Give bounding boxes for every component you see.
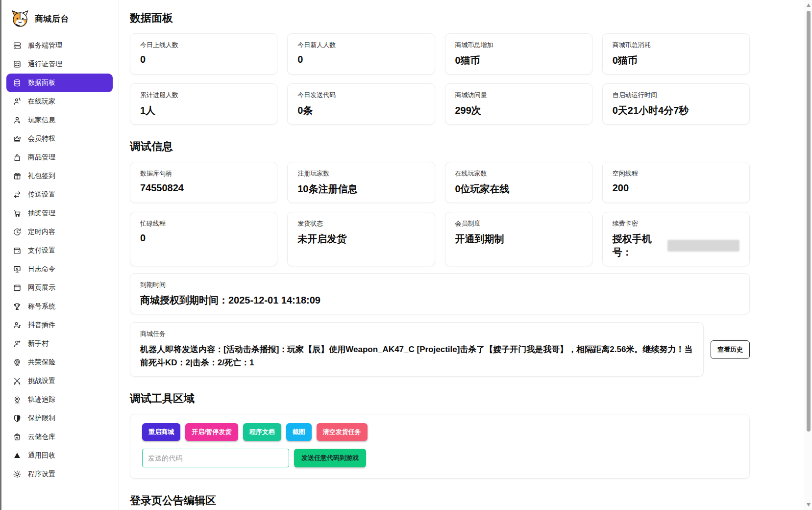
stat-card-label: 空闲线程 bbox=[613, 169, 739, 178]
main-content: 数据面板 今日上线人数0今日新人人数0商城币总增加0猫币商城币总消耗0猫币累计进… bbox=[119, 0, 805, 510]
stat-card-label: 今日发送代码 bbox=[297, 91, 424, 100]
sidebar-item-track-tracing[interactable]: 轨迹追踪 bbox=[6, 390, 113, 409]
stat-card-value: 授权手机号： bbox=[613, 232, 739, 259]
sidebar-item-program-settings[interactable]: 程序设置 bbox=[6, 465, 113, 484]
view-history-button[interactable]: 查看历史 bbox=[711, 340, 750, 359]
stat-card-value: 200 bbox=[613, 182, 739, 194]
stat-card: 会员制度开通到期制 bbox=[445, 212, 592, 266]
crown-icon bbox=[13, 134, 22, 143]
restart-mall-button[interactable]: 重启商城 bbox=[142, 423, 180, 441]
app-logo-row: 商城后台 bbox=[6, 6, 113, 36]
stat-card-label: 商城币总增加 bbox=[455, 41, 582, 50]
gear-icon bbox=[13, 470, 22, 479]
debug-section-title: 调试信息 bbox=[130, 139, 750, 154]
sidebar-item-log-command[interactable]: 日志命令 bbox=[6, 260, 113, 279]
scrollbar-up-arrow-icon[interactable] bbox=[807, 3, 811, 7]
sidebar-item-label: 礼包签到 bbox=[28, 172, 55, 180]
stats-grid: 今日上线人数0今日新人人数0商城币总增加0猫币商城币总消耗0猫币累计进服人数1人… bbox=[130, 33, 750, 125]
cart-icon bbox=[13, 209, 22, 218]
stat-card: 今日发送代码0条 bbox=[287, 83, 435, 125]
clock-rotate-icon bbox=[13, 228, 22, 236]
mall-task-card: 商城任务 机器人即将发送内容：[活动击杀播报]：玩家【辰】使用Weapon_AK… bbox=[130, 322, 704, 377]
stat-card-label: 会员制度 bbox=[455, 219, 582, 228]
insurance-badge-icon bbox=[13, 358, 22, 367]
sidebar-item-payment-settings[interactable]: 支付设置 bbox=[6, 241, 113, 260]
sidebar-item-title-system[interactable]: 称号系统 bbox=[6, 297, 113, 316]
stat-card-label: 今日新人人数 bbox=[297, 41, 424, 50]
sidebar-item-scheduled-content[interactable]: 定时内容 bbox=[6, 223, 113, 241]
sidebar-item-label: 支付设置 bbox=[28, 246, 55, 255]
sidebar-item-server-management[interactable]: 服务端管理 bbox=[6, 36, 113, 55]
stat-card-value: 299次 bbox=[455, 104, 582, 117]
sidebar-item-gift-signin[interactable]: 礼包签到 bbox=[6, 167, 113, 185]
screenshot-button[interactable]: 截图 bbox=[286, 423, 312, 441]
page-scrollbar[interactable] bbox=[805, 0, 812, 510]
log-display-icon bbox=[13, 265, 22, 274]
sidebar-item-lottery-management[interactable]: 抽奖管理 bbox=[6, 204, 113, 223]
stat-card-label: 续费卡密 bbox=[613, 219, 739, 228]
location-pin-icon bbox=[13, 395, 22, 404]
tool-buttons-row: 重启商城开启/暂停发货程序文档截图清空发货任务 bbox=[142, 423, 738, 441]
sidebar-item-online-players[interactable]: 在线玩家 bbox=[6, 92, 113, 111]
stat-card-value: 0条 bbox=[297, 104, 424, 117]
sidebar-item-label: 商品管理 bbox=[28, 153, 55, 162]
stat-card: 累计进服人数1人 bbox=[130, 83, 277, 125]
sidebar-item-protection-limit[interactable]: 保护限制 bbox=[6, 409, 113, 428]
stat-card: 在线玩家数0位玩家在线 bbox=[445, 162, 592, 203]
sidebar-item-label: 云储仓库 bbox=[28, 433, 55, 441]
sidebar-item-label: 称号系统 bbox=[28, 302, 55, 311]
stat-card: 商城访问量299次 bbox=[445, 83, 592, 125]
sidebar-item-webpage-display[interactable]: 网页展示 bbox=[6, 279, 113, 297]
stat-card-label: 忙碌线程 bbox=[140, 219, 267, 228]
sidebar-item-label: 服务端管理 bbox=[28, 41, 62, 50]
program-docs-button[interactable]: 程序文档 bbox=[243, 423, 281, 441]
toggle-shipping-button[interactable]: 开启/暂停发货 bbox=[185, 423, 238, 441]
sidebar-item-cloud-storage[interactable]: 云储仓库 bbox=[6, 428, 113, 446]
transfer-arrows-icon bbox=[13, 190, 22, 199]
mall-task-label: 商城任务 bbox=[140, 330, 693, 338]
stat-card-label: 商城币总消耗 bbox=[613, 41, 739, 50]
send-code-row: 发送任意代码到游戏 bbox=[142, 449, 738, 467]
pass-checklist-icon bbox=[13, 60, 22, 69]
sidebar-item-general-recycle[interactable]: 通用回收 bbox=[6, 446, 113, 465]
sidebar-item-label: 通用回收 bbox=[28, 451, 55, 460]
stat-card-value: 0猫币 bbox=[455, 54, 582, 67]
sidebar-item-douyin-plugin[interactable]: 抖音插件 bbox=[6, 316, 113, 334]
sidebar-item-challenge-settings[interactable]: 挑战设置 bbox=[6, 372, 113, 390]
sidebar-item-label: 通行证管理 bbox=[28, 60, 62, 69]
stat-card: 商城币总增加0猫币 bbox=[445, 33, 592, 75]
sidebar-item-label: 抽奖管理 bbox=[28, 209, 55, 218]
clear-tasks-button[interactable]: 清空发货任务 bbox=[317, 423, 368, 441]
stat-card: 今日上线人数0 bbox=[130, 33, 277, 75]
sidebar-item-product-management[interactable]: 商品管理 bbox=[6, 148, 113, 167]
browser-window-icon bbox=[13, 283, 22, 292]
stat-card: 续费卡密授权手机号： bbox=[602, 212, 750, 266]
code-input[interactable] bbox=[142, 449, 289, 467]
player-online-icon bbox=[13, 97, 22, 106]
sidebar-item-label: 玩家信息 bbox=[28, 116, 55, 125]
stat-card-label: 商城访问量 bbox=[455, 91, 582, 100]
send-code-button[interactable]: 发送任意代码到游戏 bbox=[294, 449, 366, 467]
scrollbar-down-arrow-icon[interactable] bbox=[807, 503, 811, 507]
person-icon bbox=[13, 116, 22, 125]
cat-mascot-icon bbox=[10, 9, 30, 28]
sidebar-item-player-info[interactable]: 玩家信息 bbox=[6, 111, 113, 129]
gift-icon bbox=[13, 172, 22, 180]
shield-icon bbox=[13, 414, 22, 423]
sidebar-item-honor-insurance[interactable]: 共荣保险 bbox=[6, 353, 113, 372]
sidebar-item-teleport-settings[interactable]: 传送设置 bbox=[6, 185, 113, 204]
stat-card-value: 0 bbox=[140, 54, 267, 65]
sidebar-item-pass-management[interactable]: 通行证管理 bbox=[6, 55, 113, 74]
stat-card-label: 今日上线人数 bbox=[140, 41, 267, 50]
recycle-drive-icon bbox=[13, 451, 22, 460]
stat-card: 今日新人人数0 bbox=[287, 33, 435, 75]
sidebar-item-vip-privilege[interactable]: 会员特权 bbox=[6, 129, 113, 148]
stat-card: 空闲线程200 bbox=[602, 162, 750, 203]
expiry-value: 商城授权到期时间：2025-12-01 14:18:09 bbox=[140, 294, 739, 307]
sidebar-item-data-panel[interactable]: 数据面板 bbox=[6, 74, 113, 92]
sidebar-item-label: 挑战设置 bbox=[28, 377, 55, 385]
sidebar-item-newbie-village[interactable]: 新手村 bbox=[6, 334, 113, 353]
scrollbar-thumb[interactable] bbox=[807, 11, 811, 432]
sidebar-item-label: 数据面板 bbox=[28, 78, 55, 87]
stat-card-label: 累计进服人数 bbox=[140, 91, 267, 100]
